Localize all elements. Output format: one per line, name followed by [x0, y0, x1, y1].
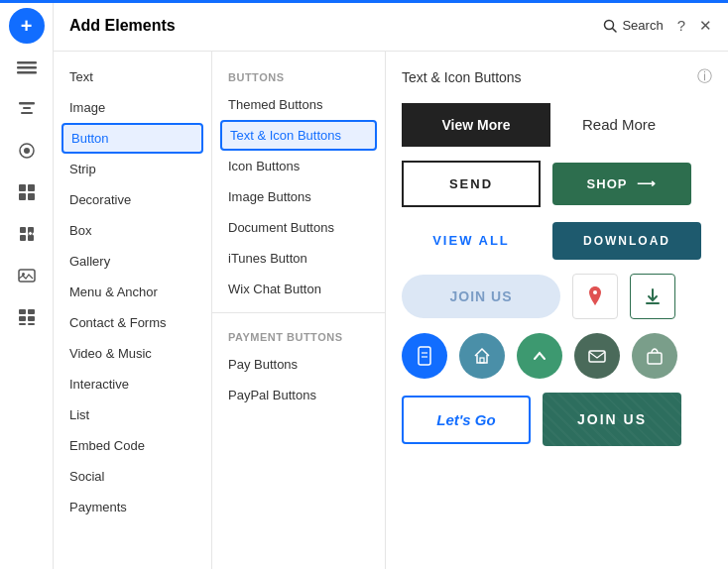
svg-rect-2	[17, 71, 37, 74]
button-row-2: SEND SHOP ⟶	[402, 161, 712, 207]
add-icon-button[interactable]: +	[9, 8, 45, 44]
divider	[212, 312, 385, 313]
button-row-5	[402, 333, 712, 379]
svg-rect-9	[28, 184, 35, 191]
download-icon-button[interactable]	[630, 274, 675, 319]
preview-header: Text & Icon Buttons ⓘ	[402, 67, 712, 86]
svg-rect-22	[28, 316, 35, 321]
preview-title: Text & Icon Buttons	[402, 69, 522, 85]
button-row-4: JOIN US	[402, 274, 712, 319]
download-arrow-icon	[643, 286, 663, 306]
download-button[interactable]: DOWNLOAD	[552, 222, 701, 260]
close-button[interactable]: ✕	[699, 17, 712, 35]
apps-icon-button[interactable]	[9, 299, 45, 335]
join-us-dark-button[interactable]: JOIN US	[543, 393, 681, 446]
svg-rect-34	[648, 353, 662, 364]
category-interactive[interactable]: Interactive	[54, 369, 211, 399]
button-row-3: VIEW ALL DOWNLOAD	[402, 221, 712, 260]
circle-bag-button[interactable]	[632, 333, 677, 379]
category-decorative[interactable]: Decorative	[54, 184, 211, 215]
sub-themed-buttons[interactable]: Themed Buttons	[212, 89, 385, 120]
button-row-6: Let's Go JOIN US	[402, 393, 712, 446]
category-gallery[interactable]: Gallery	[54, 246, 211, 277]
payment-buttons-section-label: PAYMENT BUTTONS	[212, 321, 385, 349]
svg-rect-21	[19, 316, 26, 321]
send-button[interactable]: SEND	[402, 161, 541, 207]
svg-rect-10	[19, 193, 26, 200]
sub-wix-chat-button[interactable]: Wix Chat Button	[212, 274, 385, 304]
view-more-button[interactable]: View More	[402, 103, 550, 147]
text-icon-button[interactable]	[9, 91, 45, 127]
sub-text-icon-buttons[interactable]: Text & Icon Buttons	[220, 120, 377, 151]
sub-document-buttons[interactable]: Document Buttons	[212, 212, 385, 243]
svg-line-26	[613, 28, 617, 32]
svg-rect-14	[20, 235, 26, 241]
category-contact-forms[interactable]: Contact & Forms	[54, 307, 211, 338]
category-video-music[interactable]: Video & Music	[54, 338, 211, 369]
grid-icon-button[interactable]	[9, 174, 45, 210]
svg-rect-17	[19, 270, 35, 282]
puzzle-icon-button[interactable]	[9, 216, 45, 252]
shop-button[interactable]: SHOP ⟶	[552, 163, 691, 205]
bag-icon	[644, 345, 666, 367]
svg-rect-8	[19, 184, 26, 191]
progress-bar	[0, 0, 728, 3]
panel-title: Add Elements	[69, 17, 176, 35]
category-payments[interactable]: Payments	[54, 492, 211, 522]
circle-mail-button[interactable]	[574, 333, 620, 379]
svg-point-7	[24, 148, 30, 154]
svg-rect-23	[19, 323, 26, 325]
category-strip[interactable]: Strip	[54, 154, 211, 184]
paint-icon-button[interactable]	[9, 133, 45, 169]
category-list: Text Image Button Strip Decorative Box G…	[54, 52, 212, 569]
image-icon-button[interactable]	[9, 258, 45, 293]
sidebar: +	[0, 0, 54, 569]
svg-rect-3	[19, 102, 35, 105]
svg-rect-1	[17, 66, 37, 69]
svg-rect-29	[419, 347, 430, 365]
location-icon-button[interactable]	[572, 274, 618, 319]
doc-icon	[414, 345, 435, 367]
chevron-up-icon	[529, 345, 550, 367]
svg-rect-33	[589, 351, 605, 362]
sub-itunes-button[interactable]: iTunes Button	[212, 243, 385, 274]
read-more-button[interactable]: Read More	[562, 102, 675, 147]
mail-icon	[586, 345, 608, 367]
info-icon[interactable]: ⓘ	[697, 67, 712, 86]
top-bar: Add Elements Search ? ✕	[54, 0, 728, 52]
circle-home-button[interactable]	[459, 333, 505, 379]
svg-rect-11	[28, 193, 35, 200]
category-box[interactable]: Box	[54, 215, 211, 246]
category-embed-code[interactable]: Embed Code	[54, 430, 211, 461]
sub-icon-buttons[interactable]: Icon Buttons	[212, 151, 385, 181]
svg-point-16	[28, 232, 32, 236]
sub-image-buttons[interactable]: Image Buttons	[212, 181, 385, 212]
sub-pay-buttons[interactable]: Pay Buttons	[212, 349, 385, 380]
svg-rect-12	[20, 227, 26, 233]
button-row-1: View More Read More	[402, 102, 712, 147]
category-menu-anchor[interactable]: Menu & Anchor	[54, 277, 211, 307]
preview-panel: Text & Icon Buttons ⓘ View More Read Mor…	[386, 52, 728, 569]
subcategory-list: BUTTONS Themed Buttons Text & Icon Butto…	[212, 52, 386, 569]
help-button[interactable]: ?	[677, 17, 685, 34]
view-all-button[interactable]: VIEW ALL	[402, 221, 541, 260]
layers-icon-button[interactable]	[9, 50, 45, 85]
svg-point-27	[593, 290, 597, 294]
lets-go-button[interactable]: Let's Go	[402, 396, 531, 444]
home-icon	[471, 345, 493, 367]
buttons-section-label: BUTTONS	[212, 61, 385, 89]
category-text[interactable]: Text	[54, 61, 211, 92]
sub-paypal-buttons[interactable]: PayPal Buttons	[212, 380, 385, 410]
category-social[interactable]: Social	[54, 461, 211, 492]
circle-doc-button[interactable]	[402, 333, 447, 379]
category-button[interactable]: Button	[61, 123, 203, 154]
search-button[interactable]: Search	[603, 18, 663, 33]
circle-up-button[interactable]	[517, 333, 562, 379]
category-image[interactable]: Image	[54, 92, 211, 123]
svg-point-18	[22, 273, 25, 276]
search-icon	[603, 19, 617, 33]
svg-rect-4	[23, 107, 31, 109]
category-list[interactable]: List	[54, 399, 211, 430]
location-icon	[585, 285, 605, 307]
join-us-pill-button[interactable]: JOIN US	[402, 275, 560, 318]
